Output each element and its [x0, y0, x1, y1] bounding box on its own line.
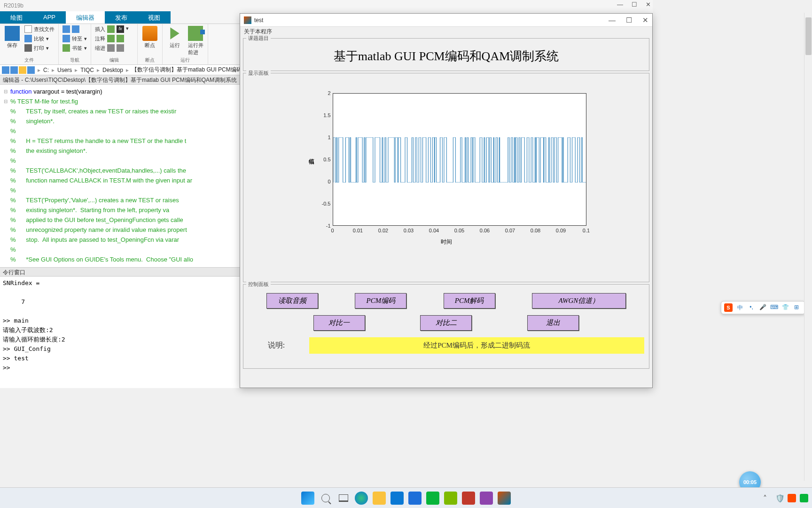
windows-taskbar: ˄ 🛡️ — [0, 487, 812, 508]
chart-line-series — [333, 137, 586, 183]
xtick: 0.04 — [429, 228, 439, 233]
task-view-button[interactable] — [337, 492, 350, 505]
path-folder[interactable]: 【数字信号调制】基于matlab GUI PCM编码和 — [132, 66, 248, 74]
path-user[interactable]: TIQC — [80, 67, 94, 73]
find-icon — [24, 25, 32, 33]
path-desktop[interactable]: Desktop — [102, 67, 123, 73]
tab-editor[interactable]: 编辑器 — [66, 11, 105, 24]
group-nav-label: 导航 — [62, 56, 88, 64]
compare-icon — [24, 35, 32, 42]
comment-button[interactable]: 注释 — [94, 34, 134, 43]
section-icon — [107, 25, 115, 33]
find-files-button[interactable]: 查找文件 — [23, 25, 55, 33]
tab-plot[interactable]: 绘图 — [0, 11, 33, 24]
description-label: 说明: — [248, 341, 304, 350]
app-icon-2[interactable] — [408, 492, 422, 505]
xtick: 0.01 — [353, 228, 363, 233]
nav-back-button[interactable] — [62, 25, 88, 33]
tray-icon-1[interactable]: 🛡️ — [775, 494, 784, 502]
app-icon-3[interactable] — [444, 492, 457, 505]
compare2-button[interactable]: 对比二 — [420, 315, 472, 331]
insert-more-icon: ▾ — [126, 25, 133, 33]
pcm-decode-button[interactable]: PCM解码 — [444, 293, 495, 309]
path-back-icon[interactable] — [2, 66, 9, 74]
fx-icon: fx — [117, 25, 124, 33]
sogou-logo-icon[interactable]: S — [724, 303, 733, 312]
matlab-taskbar-button[interactable] — [498, 492, 511, 505]
panel-topic-label: 课题题目 — [246, 35, 271, 42]
search-button[interactable] — [319, 492, 332, 505]
compare1-button[interactable]: 对比一 — [313, 315, 365, 331]
xtick: 0.05 — [454, 228, 464, 233]
arrow-right-icon — [72, 25, 79, 33]
breakpoint-button[interactable]: 断点 — [141, 25, 159, 49]
goto-icon — [62, 35, 70, 42]
ime-voice-icon[interactable]: 🎤 — [759, 304, 766, 311]
ime-grid-icon[interactable]: ⊞ — [793, 304, 800, 311]
wechat-button[interactable] — [426, 492, 439, 505]
run-button[interactable]: 运行 — [165, 25, 184, 56]
scrollbar-thumb[interactable] — [805, 17, 812, 55]
app-icon-5[interactable] — [480, 492, 493, 505]
ime-lang[interactable]: 中 — [736, 304, 744, 311]
indent-button[interactable]: 缩进 — [94, 44, 134, 52]
xtick: 0 — [331, 228, 334, 233]
read-audio-button[interactable]: 读取音频 — [266, 293, 318, 309]
ime-skin-icon[interactable]: 👕 — [781, 304, 789, 311]
close-icon[interactable]: ✕ — [646, 1, 651, 8]
path-up-icon[interactable] — [27, 66, 35, 74]
run-advance-button[interactable]: 运行并 前进 — [186, 25, 205, 56]
sogou-tray-icon[interactable] — [788, 494, 796, 502]
compare-button[interactable]: 比较 ▾ — [23, 34, 55, 43]
panel-display-label: 显示面板 — [246, 70, 271, 77]
gui-minimize-icon[interactable]: — — [609, 16, 616, 24]
path-users[interactable]: Users — [57, 67, 72, 73]
app-icon-1[interactable] — [390, 492, 404, 505]
ytick: -1 — [326, 223, 331, 229]
tab-publish[interactable]: 发布 — [105, 11, 138, 24]
bookmark-button[interactable]: 书签 ▾ — [62, 44, 88, 52]
minimize-icon[interactable]: — — [617, 1, 623, 8]
menu-about[interactable]: 关于本程序 — [244, 28, 272, 35]
ime-floating-bar[interactable]: S 中 •, 🎤 ⌨ 👕 ⊞ — [721, 301, 805, 314]
ytick: 1 — [328, 135, 330, 140]
maximize-icon[interactable]: ☐ — [632, 1, 637, 8]
wechat-tray-icon[interactable] — [800, 494, 808, 502]
gui-maximize-icon[interactable]: ☐ — [626, 16, 632, 24]
path-drive[interactable]: C: — [43, 67, 49, 73]
gui-titlebar[interactable]: test — ☐ ✕ — [240, 14, 652, 27]
ytick: -0.5 — [322, 201, 331, 206]
vertical-scrollbar[interactable] — [804, 13, 812, 481]
bookmark-icon — [62, 44, 70, 52]
arrow-left-icon — [62, 25, 70, 33]
print-button[interactable]: 打印 ▾ — [23, 44, 55, 52]
xtick: 0.02 — [378, 228, 388, 233]
ime-keyboard-icon[interactable]: ⌨ — [770, 304, 778, 311]
goto-button[interactable]: 转至 ▾ — [62, 34, 88, 43]
save-button[interactable]: 保存 — [3, 25, 22, 52]
edge-button[interactable] — [355, 492, 368, 505]
panel-control-label: 控制面板 — [246, 281, 271, 288]
ytick: 0 — [328, 179, 330, 184]
pcm-encode-button[interactable]: PCM编码 — [355, 293, 406, 309]
chart-axes: 2 1.5 1 0.5 0 -0.5 -1 0 0.01 0.02 0.03 0… — [305, 88, 587, 267]
ime-punct-icon[interactable]: •, — [748, 304, 755, 311]
tab-view[interactable]: 视图 — [138, 11, 171, 24]
folder-icon[interactable] — [19, 66, 26, 74]
exit-button[interactable]: 退出 — [527, 315, 579, 331]
awgn-channel-button[interactable]: AWGN信道） — [532, 293, 626, 309]
start-button[interactable] — [301, 492, 314, 505]
explorer-button[interactable] — [373, 492, 386, 505]
chevron-up-icon[interactable]: ˄ — [763, 494, 772, 502]
path-forward-icon[interactable] — [10, 66, 18, 74]
group-edit-label: 编辑 — [94, 56, 134, 64]
insert-button[interactable]: 插入 fx ▾ — [94, 25, 134, 33]
gui-close-icon[interactable]: ✕ — [642, 16, 648, 24]
search-icon — [321, 494, 330, 502]
uncomment-icon — [117, 35, 124, 42]
xtick: 0.06 — [480, 228, 490, 233]
tab-app[interactable]: APP — [33, 11, 66, 24]
matlab-titlebar: R2019b — ☐ ✕ — [0, 0, 653, 11]
app-icon-4[interactable] — [462, 492, 475, 505]
path-sep: ▸ — [37, 67, 41, 73]
